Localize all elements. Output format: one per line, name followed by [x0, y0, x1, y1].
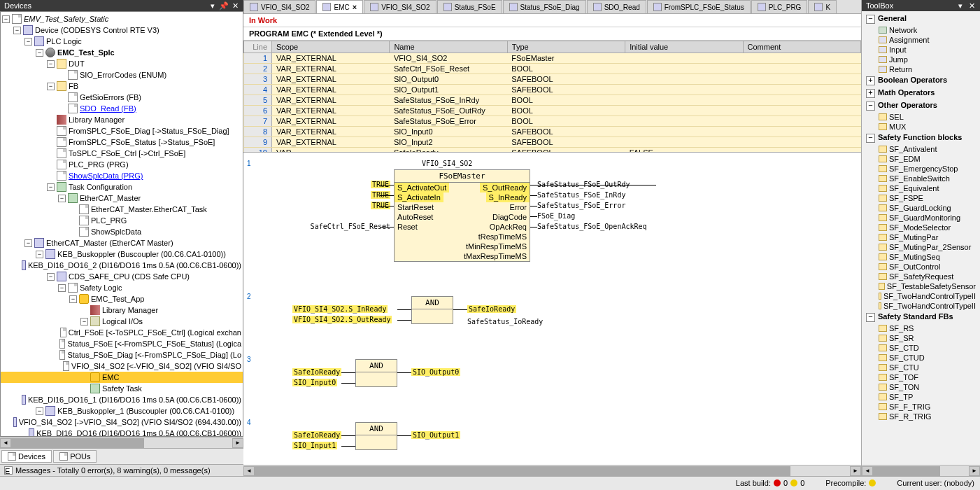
toolbox-item[interactable]: SF_OutControl	[863, 262, 979, 272]
toolbox-item[interactable]: SF_MutingSeq	[863, 252, 979, 262]
tree-node[interactable]: Status_FSoE [<-FromSPLC_FSoE_Status] (Lo…	[1, 338, 243, 349]
tree-node[interactable]: PLC_PRG	[1, 215, 243, 226]
tree-toggle-icon[interactable]: −	[47, 60, 55, 68]
editor-tab[interactable]: Status_FSoE	[437, 0, 502, 13]
toolbox-item[interactable]: SF_TON	[863, 382, 979, 392]
fsoe-master-block[interactable]: FSoEMaster S_ActivateOutS_OutReadyS_Acti…	[394, 169, 530, 262]
tree-toggle-icon[interactable]: −	[24, 38, 32, 46]
tree-node[interactable]: KEB_DI16_DO16 (DI16/DO16 1ms 0.5A (00.C6…	[1, 428, 243, 437]
tree-node[interactable]: PLC_PRG (PRG)	[1, 159, 243, 170]
toolbox-item[interactable]: SF_GuardMonitoring	[863, 213, 979, 223]
tree-node[interactable]: −EtherCAT_Master	[1, 192, 243, 204]
var-row[interactable]: 1VAR_EXTERNALVFIO_SI4_SO2FSoEMaster	[244, 53, 861, 64]
tree-node[interactable]: Library Manager	[1, 114, 243, 125]
and-block-3[interactable]: AND	[355, 359, 397, 387]
and-block-2[interactable]: AND	[411, 296, 453, 324]
toolbox-item[interactable]: SF_F_TRIG	[863, 402, 979, 412]
tree-toggle-icon[interactable]: −	[58, 284, 66, 292]
tree-node[interactable]: −Safety Logic	[1, 282, 243, 293]
var-row[interactable]: 6VAR_EXTERNALSafeStatus_FSoE_OutRdyBOOL	[244, 106, 861, 116]
tree-toggle-icon[interactable]: −	[36, 251, 43, 258]
editor-tab[interactable]: VFIO_SI4_SO2	[243, 0, 315, 13]
close-icon[interactable]: ✕	[967, 1, 976, 10]
tab-close-icon[interactable]: ×	[353, 3, 357, 11]
tree-toggle-icon[interactable]: −	[24, 239, 32, 247]
tree-node[interactable]: SIO_ErrorCodes (ENUM)	[1, 69, 243, 80]
tree-node[interactable]: Library Manager	[1, 304, 243, 316]
tree-node[interactable]: FromSPLC_FSoE_Diag [->Status_FSoE_Diag]	[1, 125, 243, 136]
minimize-icon[interactable]: ▾	[208, 1, 217, 10]
tree-node[interactable]: −FB	[1, 80, 243, 92]
tree-node[interactable]: ShowSplcData (PRG)	[1, 170, 243, 181]
var-row[interactable]: 10VARSafeIoReadySAFEBOOLFALSE	[244, 148, 861, 153]
tree-node[interactable]: −Task Configuration	[1, 181, 243, 192]
device-tree[interactable]: −EMV_Test_Safety_Static−Device (CODESYS …	[0, 11, 243, 437]
var-row[interactable]: 3VAR_EXTERNALSIO_Output0SAFEBOOL	[244, 74, 861, 85]
var-row[interactable]: 9VAR_EXTERNALSIO_Input2SAFEBOOL	[244, 137, 861, 148]
toolbox-item[interactable]: Return	[863, 64, 979, 74]
tree-toggle-icon[interactable]: −	[47, 83, 55, 90]
tree-node[interactable]: KEB_DI16_DO16_1 (DI16/DO16 1ms 0.5A (00.…	[1, 394, 243, 405]
tree-node[interactable]: EMC	[1, 372, 243, 383]
toolbox-category[interactable]: Safety Function blocks	[863, 132, 979, 144]
and-block-4[interactable]: AND	[355, 422, 397, 450]
toolbox-item[interactable]: SF_CTUD	[863, 353, 979, 363]
toolbox-hscroll[interactable]: ◄►	[862, 465, 980, 476]
toolbox-item[interactable]: SEL	[863, 112, 979, 122]
editor-tab[interactable]: FromSPLC_FSoE_Status	[647, 0, 751, 13]
tree-node[interactable]: VFIO_SI4_SO2 [<-VFIO_SI4_SO2] (VFIO SI4/…	[1, 360, 243, 372]
toolbox-item[interactable]: SF_ModeSelector	[863, 223, 979, 232]
pin-icon[interactable]: 📌	[220, 1, 228, 10]
tree-node[interactable]: Safety Task	[1, 383, 243, 394]
toolbox-category[interactable]: Boolean Operators	[863, 74, 979, 87]
toolbox-category[interactable]: General	[863, 13, 979, 25]
tree-toggle-icon[interactable]: −	[80, 318, 88, 326]
tree-node[interactable]: Status_FSoE_Diag [<-FromSPLC_FSoE_Diag] …	[1, 349, 243, 360]
toolbox-item[interactable]: Network	[863, 25, 979, 35]
toolbox-category[interactable]: Safety Standard FBs	[863, 311, 979, 323]
toolbox-item[interactable]: SF_Equivalent	[863, 183, 979, 193]
tree-node[interactable]: ShowSplcData	[1, 226, 243, 237]
tree-toggle-icon[interactable]: −	[69, 295, 77, 303]
toolbox-item[interactable]: SF_CTD	[863, 343, 979, 353]
toolbox-item[interactable]: SF_EmergencyStop	[863, 164, 979, 174]
toolbox-item[interactable]: SF_TP	[863, 392, 979, 402]
tree-toggle-icon[interactable]: −	[36, 49, 43, 57]
toolbox-item[interactable]: SF_SafetyRequest	[863, 272, 979, 281]
tree-node[interactable]: FromSPLC_FSoE_Status [->Status_FSoE]	[1, 136, 243, 148]
close-icon[interactable]: ✕	[231, 1, 239, 10]
toolbox-item[interactable]: SF_TestableSafetySensor	[863, 281, 979, 291]
toolbox-item[interactable]: SF_EDM	[863, 154, 979, 164]
toolbox-item[interactable]: SF_FSPE	[863, 193, 979, 203]
tree-node[interactable]: −Logical I/Os	[1, 316, 243, 327]
bottom-tab[interactable]: Devices	[1, 450, 52, 463]
tree-node[interactable]: EtherCAT_Master.EtherCAT_Task	[1, 204, 243, 215]
tree-toggle-icon[interactable]: −	[36, 407, 43, 415]
toolbox-item[interactable]: MUX	[863, 122, 979, 132]
tree-node[interactable]: −EtherCAT_Master (EtherCAT Master)	[1, 237, 243, 248]
toolbox-category[interactable]: Math Operators	[863, 87, 979, 99]
toolbox-item[interactable]: SF_Antivalent	[863, 144, 979, 154]
var-row[interactable]: 8VAR_EXTERNALSIO_Input0SAFEBOOL	[244, 127, 861, 137]
fbd-editor[interactable]: 1 VFIO_SI4_SO2 FSoEMaster S_ActivateOutS…	[243, 153, 861, 465]
tree-hscroll[interactable]: ◄►	[0, 437, 243, 448]
tree-node[interactable]: GetSioErrors (FB)	[1, 92, 243, 103]
tree-toggle-icon[interactable]: −	[2, 15, 10, 23]
tree-node[interactable]: SDO_Read (FB)	[1, 103, 243, 114]
toolbox-item[interactable]: SF_R_TRIG	[863, 412, 979, 421]
tree-node[interactable]: VFIO_SI4_SO2 [->VFIO_SI4_SO2] (VFIO SI4/…	[1, 416, 243, 428]
tree-toggle-icon[interactable]: −	[47, 183, 55, 191]
editor-tab[interactable]: PLC_PRG	[751, 0, 808, 13]
var-row[interactable]: 2VAR_EXTERNALSafeCtrl_FSoE_ResetBOOL	[244, 64, 861, 74]
tree-node[interactable]: −EMV_Test_Safety_Static	[1, 13, 243, 24]
variable-table[interactable]: LineScopeNameTypeInitial valueComment1VA…	[243, 41, 861, 153]
tree-node[interactable]: −DUT	[1, 58, 243, 69]
toolbox-item[interactable]: SF_GuardLocking	[863, 203, 979, 213]
editor-hscroll[interactable]: ◄►	[243, 465, 861, 476]
var-row[interactable]: 5VAR_EXTERNALSafeStatus_FSoE_InRdyBOOL	[244, 95, 861, 106]
messages-bar[interactable]: E Messages - Totally 0 error(s), 8 warni…	[0, 464, 243, 476]
tree-toggle-icon[interactable]: −	[13, 27, 21, 34]
editor-tab[interactable]: K	[808, 0, 837, 13]
toolbox-item[interactable]: SF_TOF	[863, 372, 979, 382]
tree-node[interactable]: −Device (CODESYS Control RTE V3)	[1, 24, 243, 36]
